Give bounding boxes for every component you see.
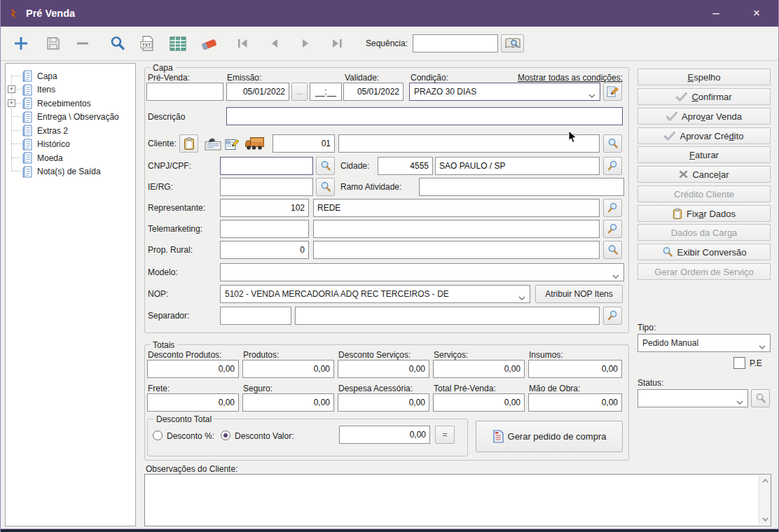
minimize-button[interactable]: – (700, 0, 732, 27)
total-pre-venda-input[interactable] (433, 393, 525, 412)
espelho-button[interactable]: Espelho (637, 69, 771, 85)
delivery-truck-icon[interactable] (244, 135, 266, 154)
aprovar-venda-button[interactable]: Aprovar Venda (637, 108, 771, 125)
desconto-valor-input[interactable] (339, 426, 430, 444)
close-button[interactable]: × (740, 0, 773, 27)
pe-checkbox[interactable] (733, 357, 745, 369)
condicao-select[interactable]: PRAZO 30 DIAS (409, 83, 600, 101)
cliente-search-button[interactable] (603, 134, 622, 153)
tipo-select[interactable]: Pedido Manual (637, 334, 771, 352)
cidade-search-button[interactable] (603, 157, 622, 175)
cliente-name-input[interactable] (338, 134, 600, 153)
tree-item-entrega-observacao[interactable]: Entrega \ Observação (22, 111, 119, 124)
search-edit-icon (607, 223, 619, 234)
dados-da-carga-button[interactable]: Dados da Carga (637, 224, 771, 241)
representante-name-input[interactable] (313, 199, 600, 217)
ie-rg-search-button[interactable] (316, 178, 335, 196)
confirmar-button[interactable]: Confirmar (637, 88, 771, 105)
desconto-valor-radio[interactable] (221, 430, 230, 440)
emissao-input[interactable] (226, 83, 289, 101)
frete-input[interactable] (147, 393, 239, 412)
telemarketing-search-button[interactable] (603, 220, 622, 238)
scroll-down-arrow[interactable] (759, 514, 771, 525)
tree-item-historico[interactable]: Histórico (22, 138, 70, 151)
erase-button[interactable] (199, 27, 219, 60)
tree-item-capa[interactable]: Capa (22, 69, 57, 83)
tree-expand-itens[interactable]: + (8, 85, 15, 93)
nav-prev-button[interactable] (264, 27, 284, 60)
tree-expand-recebimentos[interactable]: + (8, 99, 15, 107)
cidade-name-input[interactable] (435, 157, 600, 175)
cancelar-button[interactable]: Cancelar (637, 166, 771, 183)
pre-venda-input[interactable] (146, 83, 223, 101)
faturar-button[interactable]: Faturar (637, 146, 771, 163)
nav-next-button[interactable] (296, 27, 316, 60)
fixar-dados-button[interactable]: Fixar Dados (637, 205, 771, 222)
desconto-servicos-input[interactable] (338, 360, 429, 378)
representante-search-button[interactable] (603, 199, 622, 217)
grid-view-button[interactable] (168, 27, 188, 60)
status-search-button[interactable] (751, 389, 770, 407)
txt-export-button[interactable]: TXT (138, 27, 158, 60)
observacoes-scrollbar[interactable] (759, 475, 771, 525)
ie-rg-input[interactable] (220, 178, 313, 196)
descricao-input[interactable] (226, 107, 623, 125)
representante-code-input[interactable] (220, 199, 309, 217)
cliente-card-icon[interactable] (205, 137, 221, 153)
tree-item-extras-2[interactable]: Extras 2 (22, 124, 68, 137)
separador-search-button[interactable] (603, 307, 622, 325)
produtos-input[interactable] (242, 360, 334, 378)
equals-button[interactable]: = (435, 426, 455, 444)
tree-item-recebimentos[interactable]: Recebimentos (22, 97, 91, 110)
cliente-new-button[interactable] (179, 134, 198, 153)
gerar-ordem-servico-button[interactable]: Gerar Ordem de Serviço (637, 263, 771, 280)
add-button[interactable] (11, 27, 31, 60)
cnpj-search-button[interactable] (316, 157, 335, 175)
cidade-code-input[interactable] (378, 157, 433, 175)
prop-rural-name-input[interactable] (313, 241, 600, 259)
sequence-input[interactable] (413, 34, 498, 52)
desconto-percent-radio[interactable] (153, 430, 163, 440)
gerar-pedido-compra-button[interactable]: Gerar pedido de compra (476, 421, 623, 452)
prop-rural-code-input[interactable] (220, 241, 309, 259)
despesa-acessoria-input[interactable] (338, 393, 429, 412)
nav-first-button[interactable] (233, 27, 252, 60)
nav-last-button[interactable] (327, 27, 347, 60)
atribuir-nop-button[interactable]: Atribuir NOP Itens (535, 285, 623, 303)
status-select[interactable] (637, 389, 748, 407)
condicao-edit-button[interactable] (603, 83, 622, 101)
emissao-more-button[interactable]: ... (291, 83, 308, 101)
observacoes-textarea[interactable] (144, 474, 771, 526)
search-button[interactable] (108, 27, 127, 60)
aprovar-credito-button[interactable]: Aprovar Crédito (637, 127, 771, 144)
telemarketing-name-input[interactable] (313, 220, 600, 238)
insumos-input[interactable] (528, 360, 622, 378)
seguro-input[interactable] (242, 393, 334, 412)
desconto-produtos-input[interactable] (147, 360, 239, 378)
validade-input[interactable] (343, 83, 404, 101)
scroll-up-arrow[interactable] (759, 475, 771, 486)
prop-rural-label: Prop. Rural: (148, 245, 193, 255)
mostrar-condicoes-link[interactable]: Mostrar todas as condições: (491, 73, 623, 83)
tree-item-moeda[interactable]: Moeda (22, 151, 63, 164)
modelo-select[interactable] (220, 263, 624, 281)
credito-cliente-button[interactable]: Crédito Cliente (637, 186, 771, 202)
cliente-edit-icon[interactable] (225, 137, 240, 153)
separador-code-input[interactable] (220, 307, 291, 325)
telemarketing-code-input[interactable] (220, 220, 309, 238)
mao-de-obra-input[interactable] (528, 393, 622, 412)
emissao-time-input[interactable] (310, 83, 342, 101)
prop-rural-search-button[interactable] (603, 241, 622, 259)
cnpj-cpf-input[interactable] (220, 157, 313, 175)
cliente-code-input[interactable] (273, 134, 335, 153)
tree-item-notas-de-saida[interactable]: Nota(s) de Saída (22, 165, 101, 178)
sequence-lookup-button[interactable] (501, 34, 524, 52)
separador-name-input[interactable] (295, 307, 600, 325)
tree-item-itens[interactable]: Itens (22, 83, 55, 97)
save-button[interactable] (43, 27, 63, 60)
exibir-conversao-button[interactable]: Exibir Conversão (637, 244, 771, 260)
remove-button[interactable] (73, 27, 92, 60)
servicos-input[interactable] (433, 360, 525, 378)
nop-select[interactable]: 5102 - VENDA MERCADORIA ADQ REC TERCEIRO… (220, 285, 530, 303)
ramo-atividade-input[interactable] (419, 178, 624, 196)
